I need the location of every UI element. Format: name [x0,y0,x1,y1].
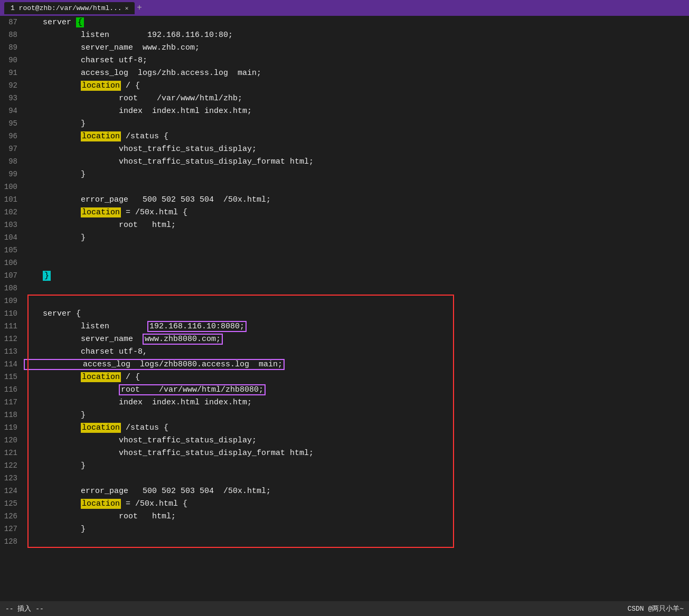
code-line-120: 120 vhost_traffic_status_display; [0,434,689,447]
code-line-106: 106 [0,257,689,269]
line-number: 119 [0,421,24,434]
code-line-128: 128 [0,535,689,548]
line-text: error_page 500 502 503 504 /50x.html; [24,485,271,498]
line-number: 104 [0,231,24,244]
line-number: 100 [0,181,24,193]
code-content: 87 server {88 listen 192.168.116.10:80;8… [0,16,689,601]
line-number: 99 [0,168,24,181]
line-number: 109 [0,295,24,307]
code-line-116: 116 root /var/www/html/zhb8080; [0,383,689,396]
line-number: 87 [0,16,24,29]
code-line-123: 123 [0,472,689,485]
line-text: } [24,460,86,472]
line-text: index index.html index.htm; [24,396,252,409]
code-line-121: 121 vhost_traffic_status_display_format … [0,447,689,459]
code-line-105: 105 [0,244,689,257]
line-number: 93 [0,92,24,105]
tab-close-icon[interactable]: ✕ [125,5,129,12]
line-number: 103 [0,219,24,231]
status-right: CSDN @两只小羊~ [627,604,684,613]
code-line-127: 127 } [0,523,689,535]
line-text: access_log logs/zhb.access.log main; [24,67,261,80]
code-line-102: 102 location = /50x.html { [0,206,689,219]
line-number: 127 [0,523,24,535]
line-number: 111 [0,320,24,333]
line-number: 116 [0,383,24,396]
title-bar: 1 root@zhb:/var/www/html... ✕ + [0,0,689,16]
code-line-89: 89 server_name www.zhb.com; [0,41,689,54]
tab-title: 1 root@zhb:/var/www/html... [11,4,122,12]
line-number: 89 [0,41,24,54]
code-line-124: 124 error_page 500 502 503 504 /50x.html… [0,485,689,497]
code-line-115: 115 location / { [0,371,689,383]
code-line-119: 119 location /status { [0,421,689,434]
code-line-95: 95 } [0,117,689,130]
line-number: 112 [0,333,24,345]
code-line-101: 101 error_page 500 502 503 504 /50x.html… [0,193,689,206]
line-text: server_name www.zhb.com; [24,42,200,54]
code-line-90: 90 charset utf-8; [0,54,689,67]
code-line-94: 94 index index.html index.htm; [0,105,689,117]
line-number: 105 [0,244,24,257]
line-text: server { [24,308,81,320]
line-number: 113 [0,345,24,358]
line-text: location / { [24,80,140,92]
code-line-113: 113 charset utf-8, [0,345,689,358]
line-text: } [24,270,51,282]
code-line-103: 103 root html; [0,219,689,231]
line-text: } [24,523,86,536]
code-line-111: 111 listen 192.168.116.10:8080; [0,320,689,333]
line-text: } [24,168,86,181]
code-line-114: 114 access_log logs/zhb8080.access.log m… [0,358,689,371]
code-line-104: 104 } [0,231,689,244]
code-line-107: 107 } [0,269,689,282]
code-line-91: 91 access_log logs/zhb.access.log main; [0,67,689,79]
line-number: 107 [0,269,24,282]
active-tab[interactable]: 1 root@zhb:/var/www/html... ✕ [4,2,135,14]
code-line-112: 112 server_name www.zhb8080.com; [0,333,689,345]
line-number: 114 [0,358,24,371]
line-number: 122 [0,459,24,472]
new-tab-button[interactable]: + [137,3,142,13]
line-number: 125 [0,497,24,510]
line-text: location = /50x.html { [24,206,187,219]
status-left: -- 插入 -- [5,604,44,613]
line-text: } [24,232,86,244]
line-number: 108 [0,282,24,295]
line-text: access_log logs/zhb8080.access.log main; [24,358,285,371]
line-number: 88 [0,29,24,41]
line-text: listen 192.168.116.10:80; [24,29,233,42]
line-text: root html; [24,510,176,523]
line-number: 95 [0,117,24,130]
line-number: 123 [0,472,24,485]
line-number: 126 [0,510,24,523]
line-number: 115 [0,371,24,383]
status-bar: -- 插入 -- CSDN @两只小羊~ [0,601,689,616]
code-line-109: 109 [0,295,689,307]
code-line-98: 98 vhost_traffic_status_display_format h… [0,155,689,168]
line-number: 124 [0,485,24,497]
code-line-125: 125 location = /50x.html { [0,497,689,510]
line-text: location /status { [24,130,168,143]
line-number: 128 [0,535,24,548]
line-text: error_page 500 502 503 504 /50x.html; [24,194,271,206]
line-text: index index.html index.htm; [24,105,252,118]
code-line-88: 88 listen 192.168.116.10:80; [0,29,689,41]
line-text: } [24,409,86,422]
line-number: 92 [0,79,24,92]
code-line-122: 122 } [0,459,689,472]
line-text: } [24,118,86,130]
line-number: 98 [0,155,24,168]
code-line-126: 126 root html; [0,510,689,523]
line-number: 90 [0,54,24,67]
line-number: 96 [0,130,24,143]
code-area: 87 server {88 listen 192.168.116.10:80;8… [0,16,689,601]
line-text: charset utf-8, [24,346,147,358]
line-text: server { [24,16,84,29]
code-line-117: 117 index index.html index.htm; [0,396,689,409]
line-text: location / { [24,371,140,384]
code-line-110: 110 server { [0,307,689,320]
code-line-96: 96 location /status { [0,130,689,143]
code-line-93: 93 root /var/www/html/zhb; [0,92,689,105]
line-number: 121 [0,447,24,459]
